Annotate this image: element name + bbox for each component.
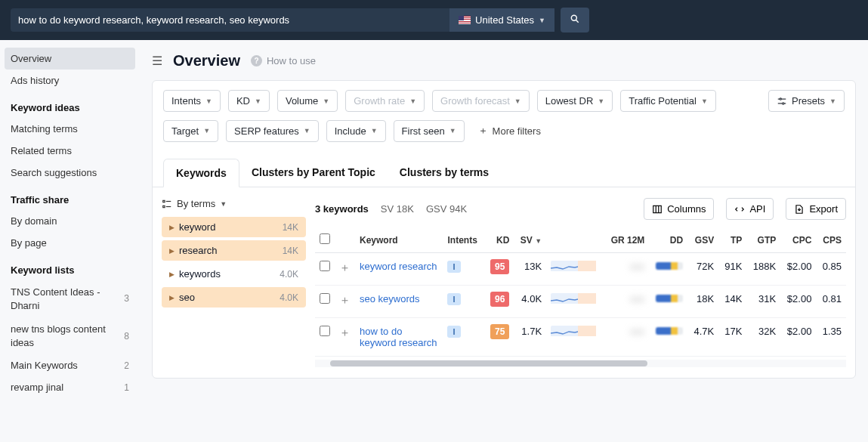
term-pill[interactable]: ▶research14K [162,240,306,261]
chevron-down-icon: ▼ [371,127,378,134]
term-count: 14K [283,246,298,256]
sidebar-list-3[interactable]: revamp jinal 1 [0,376,140,398]
sidebar-item-by-domain[interactable]: By domain [0,210,140,232]
horizontal-scrollbar[interactable] [315,360,846,367]
sidebar-item-matching-terms[interactable]: Matching terms [0,118,140,140]
col-gr12m[interactable]: GR 12M [604,227,649,253]
by-terms-selector[interactable]: By terms ▼ [162,198,306,209]
expand-row-button[interactable]: ＋ [339,293,351,306]
search-button[interactable] [561,8,589,32]
filter-lowest-dr[interactable]: Lowest DR▼ [537,90,613,112]
scroll-thumb[interactable] [330,360,647,366]
row-checkbox[interactable] [320,293,330,304]
search-input[interactable] [11,8,449,32]
api-button[interactable]: API [726,198,774,220]
col-gtp[interactable]: GTP [746,227,780,253]
filter-include[interactable]: Include▼ [326,120,386,142]
col-kd[interactable]: KD [484,227,514,253]
expand-row-button[interactable]: ＋ [339,326,351,338]
filter-kd[interactable]: KD▼ [228,90,270,112]
search-box[interactable]: United States ▼ [11,8,554,32]
sort-desc-icon: ▼ [535,237,542,245]
expand-row-button[interactable]: ＋ [339,261,351,274]
filter-target[interactable]: Target▼ [163,120,218,142]
chevron-down-icon: ▼ [449,127,456,134]
presets-button[interactable]: Presets▼ [768,90,845,112]
sidebar-list-0[interactable]: TNS Content Ideas - Dharni 3 [0,280,140,317]
tab-clusters-terms[interactable]: Clusters by terms [388,159,501,187]
col-cpc[interactable]: CPC [780,227,816,253]
sparkline [551,293,596,310]
how-to-use-link[interactable]: ? How to use [251,55,316,66]
row-checkbox[interactable] [320,261,330,271]
keyword-link[interactable]: seo keywords [360,293,419,304]
sidebar-list-1[interactable]: new tns blogs content ideas 8 [0,317,140,354]
svg-rect-7 [163,206,165,207]
sidebar-list-label: Main Keywords [11,360,78,371]
dd-bar [656,295,683,302]
sidebar-list-label: revamp jinal [11,382,63,393]
sidebar-item-related-terms[interactable]: Related terms [0,140,140,162]
svg-rect-6 [163,200,165,202]
col-cps[interactable]: CPS [816,227,846,253]
filter-growth-rate[interactable]: Growth rate▼ [345,90,425,112]
sidebar-list-2[interactable]: Main Keywords 2 [0,354,140,376]
col-keyword[interactable]: Keyword [355,227,443,253]
search-icon [570,14,580,24]
chevron-down-icon: ▼ [255,97,261,105]
term-pill[interactable]: ▶keyword14K [162,217,306,237]
term-count: 14K [283,222,298,233]
sparkline [551,261,596,277]
tp-value: 14K [718,286,746,318]
country-label: United States [475,14,534,26]
dd-bar [656,262,683,270]
tp-value: 17K [718,318,746,357]
filter-intents[interactable]: Intents▼ [163,90,221,112]
kd-badge: 95 [490,259,509,274]
filter-growth-forecast[interactable]: Growth forecast▼ [432,90,530,112]
sidebar-head-keyword-lists: Keyword lists [0,254,140,280]
keyword-link[interactable]: how to do keyword research [360,326,437,348]
col-gsv[interactable]: GSV [687,227,718,253]
tp-value: 91K [718,253,746,286]
gsv-value: 72K [687,253,718,286]
sidebar-list-count: 3 [124,292,129,304]
sidebar-item-ads-history[interactable]: Ads history [0,70,140,91]
export-icon [794,204,805,215]
intent-badge: I [447,326,460,338]
sidebar-item-by-page[interactable]: By page [0,232,140,254]
col-intents[interactable]: Intents [443,227,483,253]
results-gsv: GSV 94K [426,203,467,215]
gsv-value: 18K [687,286,718,318]
sidebar-item-search-suggestions[interactable]: Search suggestions [0,162,140,184]
filter-first-seen[interactable]: First seen▼ [394,120,465,142]
row-checkbox[interactable] [320,326,330,336]
term-pill[interactable]: ▶keywords4.0K [162,264,306,284]
sparkline [551,326,596,342]
col-tp[interactable]: TP [718,227,746,253]
more-filters-button[interactable]: ＋ More filters [472,119,547,142]
filter-traffic-potential[interactable]: Traffic Potential▼ [620,90,716,112]
gr12m-value: xxx [630,261,645,272]
svg-rect-10 [653,206,662,212]
sv-value: 4.0K [514,286,546,318]
col-dd[interactable]: DD [649,227,687,253]
columns-button[interactable]: Columns [644,198,714,220]
chevron-down-icon: ▼ [220,200,227,208]
page-title: Overview [173,52,240,70]
keyword-link[interactable]: keyword research [360,261,437,272]
term-pill[interactable]: ▶seo4.0K [162,287,306,308]
filter-volume[interactable]: Volume▼ [277,90,338,112]
menu-toggle-icon[interactable]: ☰ [152,54,162,68]
chevron-down-icon: ▼ [539,17,545,24]
tab-keywords[interactable]: Keywords [163,159,239,187]
how-to-use-label: How to use [267,55,316,66]
sidebar-item-overview[interactable]: Overview [5,48,135,70]
chevron-down-icon: ▼ [323,97,329,105]
tab-clusters-parent[interactable]: Clusters by Parent Topic [239,159,388,187]
col-sv[interactable]: SV ▼ [514,227,546,253]
select-all-checkbox[interactable] [320,233,330,244]
filter-serp-features[interactable]: SERP features▼ [226,120,319,142]
export-button[interactable]: Export [786,198,846,220]
country-selector[interactable]: United States ▼ [449,8,554,32]
